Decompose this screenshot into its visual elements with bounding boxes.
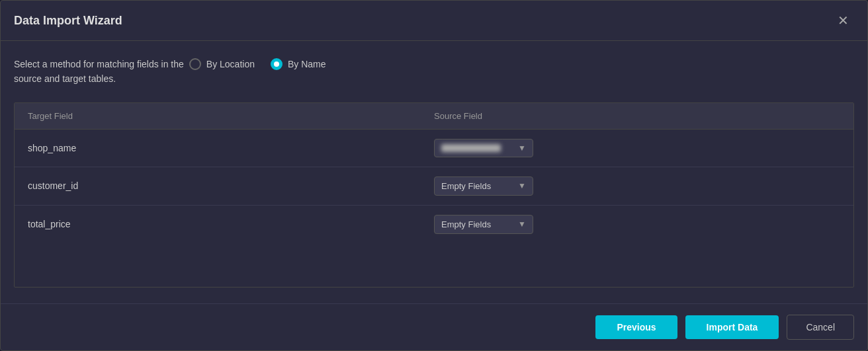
cancel-button[interactable]: Cancel [787, 315, 854, 340]
by-name-label: By Name [288, 59, 326, 69]
import-data-button[interactable]: Import Data [685, 315, 779, 339]
target-field-total-price: total_price [28, 219, 434, 229]
by-name-radio-inner [274, 61, 279, 67]
table-row: customer_id Empty Fields ▼ [15, 167, 853, 206]
dropdown-value: Empty Fields [441, 181, 491, 191]
field-mapping-table: Target Field Source Field shop_name ▼ cu… [14, 102, 854, 288]
by-name-option[interactable]: By Name [271, 58, 326, 70]
blurred-value [441, 144, 501, 152]
by-name-radio[interactable] [271, 58, 282, 70]
by-location-option[interactable]: By Location [189, 58, 255, 70]
chevron-down-icon: ▼ [518, 219, 526, 229]
data-import-wizard-dialog: Data Import Wizard ✕ Select a method for… [0, 0, 868, 351]
source-dropdown-total-price[interactable]: Empty Fields ▼ [434, 215, 533, 234]
close-button[interactable]: ✕ [832, 11, 854, 30]
source-dropdown-shop-name[interactable]: ▼ [434, 139, 533, 157]
method-selection: Select a method for matching fields in t… [14, 57, 854, 87]
method-description: Select a method for matching fields in t… [14, 57, 184, 87]
method-options: By Location By Name [189, 58, 326, 70]
dialog-title: Data Import Wizard [14, 14, 122, 28]
table-header: Target Field Source Field [15, 103, 853, 130]
dialog-header: Data Import Wizard ✕ [1, 1, 867, 41]
source-field-header: Source Field [434, 111, 840, 121]
source-dropdown-customer-id[interactable]: Empty Fields ▼ [434, 176, 533, 196]
chevron-down-icon: ▼ [518, 143, 526, 153]
source-field-cell-customer-id: Empty Fields ▼ [434, 176, 840, 196]
by-location-label: By Location [206, 59, 255, 69]
source-field-cell-shop-name: ▼ [434, 139, 840, 157]
dialog-footer: Previous Import Data Cancel [1, 303, 867, 350]
chevron-down-icon: ▼ [518, 181, 526, 190]
target-field-header: Target Field [28, 111, 434, 121]
previous-button[interactable]: Previous [595, 315, 677, 339]
dialog-body: Select a method for matching fields in t… [1, 41, 867, 288]
source-field-cell-total-price: Empty Fields ▼ [434, 215, 840, 234]
target-field-customer-id: customer_id [28, 180, 434, 191]
table-row: shop_name ▼ [15, 130, 853, 167]
dropdown-value: Empty Fields [441, 219, 491, 229]
by-location-radio[interactable] [189, 58, 201, 70]
target-field-shop-name: shop_name [28, 143, 434, 153]
table-row: total_price Empty Fields ▼ [15, 206, 853, 243]
